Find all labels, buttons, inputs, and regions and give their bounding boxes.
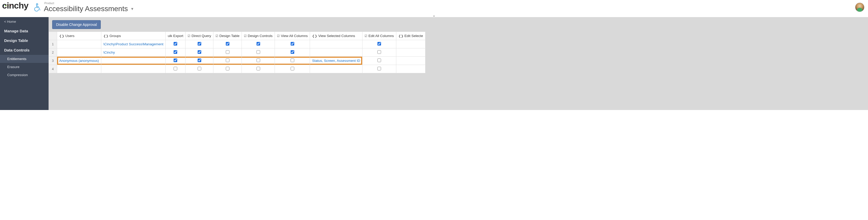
cell-edit-selected[interactable] — [396, 40, 425, 48]
breadcrumb[interactable]: Product — [44, 2, 134, 5]
permission-checkbox[interactable] — [197, 67, 201, 71]
cell-groups[interactable] — [101, 57, 165, 65]
cell-bulk-export[interactable] — [165, 57, 185, 65]
cell-users[interactable]: Anonymous (anonymous) — [57, 57, 101, 65]
col-header-users[interactable]: ❮❯Users — [57, 32, 101, 40]
row-number[interactable]: 2 — [49, 48, 57, 57]
share-icon: ❮❯ — [59, 34, 64, 38]
cell-design-controls[interactable] — [242, 65, 275, 73]
cell-design-controls[interactable] — [242, 40, 275, 48]
permission-checkbox[interactable] — [174, 42, 177, 46]
cell-direct-query[interactable] — [185, 40, 213, 48]
row-number[interactable]: 3 — [49, 57, 57, 65]
cell-bulk-export[interactable] — [165, 40, 185, 48]
sidebar-section-data-controls[interactable]: Data Controls — [0, 45, 49, 55]
table-row[interactable]: 1\Cinchy\Product Success\Management — [49, 40, 426, 48]
cell-design-table[interactable] — [213, 65, 242, 73]
disable-change-approval-button[interactable]: Disable Change Approval — [52, 20, 101, 29]
cell-design-table[interactable] — [213, 40, 242, 48]
permission-checkbox[interactable] — [226, 50, 229, 54]
col-header-direct-query[interactable]: ☑Direct Query — [185, 32, 213, 40]
cell-view-all-columns[interactable] — [275, 65, 310, 73]
cell-view-selected-columns[interactable] — [310, 40, 363, 48]
cell-edit-selected[interactable] — [396, 57, 425, 65]
cell-groups[interactable]: \Cinchy\Product Success\Management — [101, 40, 165, 48]
table-row[interactable]: 2\Cinchy — [49, 48, 426, 57]
cell-direct-query[interactable] — [185, 48, 213, 57]
table-row[interactable]: 4 — [49, 65, 426, 73]
col-header-groups[interactable]: ❮❯Groups — [101, 32, 165, 40]
col-header-edit-selected[interactable]: ❮❯Edit Selecte — [396, 32, 425, 40]
brand-logo[interactable]: cinchy — [2, 5, 28, 10]
permission-checkbox[interactable] — [377, 50, 381, 54]
permission-checkbox[interactable] — [291, 42, 294, 46]
permission-checkbox[interactable] — [256, 67, 260, 71]
cell-users[interactable]: Anonymous (anonymous) — [59, 59, 99, 63]
cell-edit-selected[interactable] — [396, 48, 425, 57]
permission-checkbox[interactable] — [197, 58, 201, 62]
cell-view-selected-columns[interactable]: Status, Screen, Assessment ID — [310, 57, 363, 65]
sidebar-home-link[interactable]: < Home — [0, 17, 49, 26]
cell-view-all-columns[interactable] — [275, 48, 310, 57]
permission-checkbox[interactable] — [377, 58, 381, 62]
cell-users[interactable] — [57, 48, 101, 57]
sidebar-item-entitlements[interactable]: Entitlements — [0, 55, 49, 63]
cell-view-selected-columns[interactable] — [310, 48, 363, 57]
col-header-edit-all-columns[interactable]: ☑Edit All Columns — [363, 32, 396, 40]
permission-checkbox[interactable] — [174, 67, 177, 71]
permission-checkbox[interactable] — [174, 58, 177, 62]
cell-edit-all-columns[interactable] — [363, 65, 396, 73]
cell-edit-all-columns[interactable] — [363, 40, 396, 48]
permission-checkbox[interactable] — [291, 67, 294, 71]
cell-design-table[interactable] — [213, 48, 242, 57]
permission-checkbox[interactable] — [256, 58, 260, 62]
permission-checkbox[interactable] — [377, 42, 381, 46]
col-header-design-controls[interactable]: ☑Design Controls — [242, 32, 275, 40]
cell-view-selected-columns[interactable] — [310, 65, 363, 73]
sidebar-item-compression[interactable]: Compression — [0, 71, 49, 79]
cell-edit-selected[interactable] — [396, 65, 425, 73]
row-number[interactable]: 1 — [49, 40, 57, 48]
permission-checkbox[interactable] — [197, 50, 201, 54]
sidebar-section-design-table[interactable]: Design Table — [0, 36, 49, 45]
permission-checkbox[interactable] — [226, 58, 229, 62]
row-number[interactable]: 4 — [49, 65, 57, 73]
sidebar-item-erasure[interactable]: Erasure — [0, 63, 49, 71]
cell-groups[interactable]: \Cinchy\Product Success\Management — [103, 42, 163, 46]
user-avatar[interactable] — [855, 3, 864, 12]
cell-design-controls[interactable] — [242, 48, 275, 57]
permission-checkbox[interactable] — [256, 42, 260, 46]
cell-view-selected-columns[interactable]: Status, Screen, Assessment ID — [312, 59, 360, 63]
cell-view-all-columns[interactable] — [275, 57, 310, 65]
permission-checkbox[interactable] — [226, 67, 229, 71]
cell-users[interactable] — [57, 40, 101, 48]
col-header-view-selected-columns[interactable]: ❮❯View Selected Columns — [310, 32, 363, 40]
cell-groups[interactable]: \Cinchy — [103, 51, 115, 54]
collapse-header-icon[interactable]: ▴ — [0, 14, 868, 17]
permission-checkbox[interactable] — [377, 67, 381, 71]
cell-bulk-export[interactable] — [165, 48, 185, 57]
cell-design-table[interactable] — [213, 57, 242, 65]
sidebar-section-manage-data[interactable]: Manage Data — [0, 26, 49, 36]
permission-checkbox[interactable] — [197, 42, 201, 46]
permission-checkbox[interactable] — [291, 50, 294, 54]
cell-groups[interactable]: \Cinchy — [101, 48, 165, 57]
col-header-view-all-columns[interactable]: ☑View All Columns — [275, 32, 310, 40]
cell-groups[interactable] — [101, 65, 165, 73]
cell-direct-query[interactable] — [185, 57, 213, 65]
cell-edit-all-columns[interactable] — [363, 57, 396, 65]
cell-users[interactable] — [57, 65, 101, 73]
col-header-design-table[interactable]: ☑Design Table — [213, 32, 242, 40]
cell-bulk-export[interactable] — [165, 65, 185, 73]
table-row[interactable]: 3Anonymous (anonymous)Status, Screen, As… — [49, 57, 426, 65]
permission-checkbox[interactable] — [226, 42, 229, 46]
cell-design-controls[interactable] — [242, 57, 275, 65]
permission-checkbox[interactable] — [256, 50, 260, 54]
cell-direct-query[interactable] — [185, 65, 213, 73]
cell-view-all-columns[interactable] — [275, 40, 310, 48]
cell-edit-all-columns[interactable] — [363, 48, 396, 57]
col-header-bulk-export[interactable]: ulk Export — [165, 32, 185, 40]
permission-checkbox[interactable] — [174, 50, 177, 54]
title-dropdown-icon[interactable]: ▼ — [130, 7, 134, 11]
permission-checkbox[interactable] — [291, 58, 294, 62]
